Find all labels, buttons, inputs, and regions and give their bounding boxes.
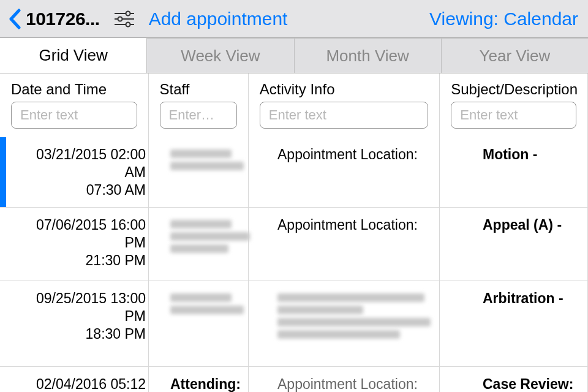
cell-date: 02/04/2016 05:12 bbox=[0, 367, 159, 392]
cell-subject: Motion - bbox=[472, 137, 588, 207]
date-start: 03/21/2015 02:00 AM bbox=[13, 146, 146, 181]
redacted-text bbox=[277, 306, 363, 314]
filter-input-staff[interactable] bbox=[160, 102, 237, 129]
column-header-staff: Staff bbox=[149, 74, 248, 102]
column-header-date: Date and Time bbox=[0, 74, 148, 102]
table-row[interactable]: 07/06/2015 16:00 PM 21:30 PM Appointment… bbox=[0, 208, 588, 281]
redacted-text bbox=[170, 162, 244, 170]
date-end: 18:30 PM bbox=[13, 325, 146, 343]
column-filter-staff bbox=[149, 102, 248, 137]
redacted-text bbox=[170, 306, 244, 314]
staff-label: Attending: bbox=[170, 376, 241, 392]
redacted-text bbox=[170, 244, 228, 253]
tab-month-view[interactable]: Month View bbox=[295, 38, 442, 73]
cell-activity: Appointment Location: bbox=[266, 137, 472, 207]
table-row[interactable]: 03/21/2015 02:00 AM 07:30 AM Appointment… bbox=[0, 137, 588, 208]
column-header-activity: Activity Info bbox=[249, 74, 439, 102]
date-end: 07:30 AM bbox=[13, 181, 146, 199]
tab-week-view[interactable]: Week View bbox=[147, 38, 294, 73]
cell-staff: Attending: bbox=[159, 367, 266, 392]
viewing-mode-link[interactable]: Viewing: Calendar bbox=[429, 9, 578, 29]
cell-activity bbox=[266, 281, 472, 366]
date-start: 07/06/2015 16:00 PM bbox=[13, 216, 146, 252]
date-start: 09/25/2015 13:00 PM bbox=[13, 290, 146, 325]
chevron-left-icon bbox=[9, 9, 21, 29]
back-button[interactable] bbox=[6, 6, 23, 32]
redacted-text bbox=[170, 232, 250, 241]
cell-staff bbox=[159, 208, 266, 281]
column-filter-activity bbox=[249, 102, 439, 137]
cell-subject: Arbitration - bbox=[472, 281, 588, 366]
svg-point-5 bbox=[126, 22, 130, 26]
cell-activity: Appointment Location: bbox=[266, 367, 472, 392]
svg-point-1 bbox=[126, 11, 130, 15]
page-title: 101726... bbox=[26, 9, 100, 29]
sliders-icon bbox=[113, 10, 135, 28]
cell-subject: Case Review: bbox=[472, 367, 588, 392]
svg-point-3 bbox=[118, 17, 122, 21]
redacted-text bbox=[277, 330, 400, 339]
cell-staff bbox=[159, 281, 266, 366]
cell-activity: Appointment Location: bbox=[266, 208, 472, 281]
redacted-text bbox=[170, 220, 232, 228]
column-filter-date bbox=[0, 102, 148, 137]
date-end: 21:30 PM bbox=[13, 252, 146, 270]
redacted-text bbox=[170, 149, 232, 158]
grid-rows: 03/21/2015 02:00 AM 07:30 AM Appointment… bbox=[0, 137, 588, 392]
settings-button[interactable] bbox=[111, 6, 138, 32]
column-header-subject: Subject/Description bbox=[440, 74, 587, 102]
cell-date: 09/25/2015 13:00 PM 18:30 PM bbox=[0, 281, 159, 366]
filter-input-date[interactable] bbox=[11, 102, 137, 129]
filter-input-subject[interactable] bbox=[451, 102, 576, 129]
view-tabs: Grid View Week View Month View Year View bbox=[0, 38, 588, 74]
tab-grid-view[interactable]: Grid View bbox=[0, 38, 147, 73]
date-start: 02/04/2016 05:12 bbox=[13, 375, 146, 392]
cell-subject: Appeal (A) - bbox=[472, 208, 588, 281]
table-row[interactable]: 02/04/2016 05:12 Attending: Appointment … bbox=[0, 367, 588, 392]
redacted-text bbox=[277, 293, 424, 302]
cell-staff bbox=[159, 137, 266, 207]
add-appointment-link[interactable]: Add appointment bbox=[149, 9, 288, 29]
redacted-text bbox=[170, 293, 232, 302]
filter-input-activity[interactable] bbox=[260, 102, 428, 129]
tab-year-view[interactable]: Year View bbox=[442, 38, 588, 73]
top-bar: 101726... Add appointment Viewing: Calen… bbox=[0, 0, 588, 38]
redacted-text bbox=[277, 318, 431, 326]
cell-date: 03/21/2015 02:00 AM 07:30 AM bbox=[0, 137, 159, 207]
cell-date: 07/06/2015 16:00 PM 21:30 PM bbox=[0, 208, 159, 281]
column-filter-subject bbox=[440, 102, 587, 137]
table-row[interactable]: 09/25/2015 13:00 PM 18:30 PM Arbitration… bbox=[0, 281, 588, 367]
